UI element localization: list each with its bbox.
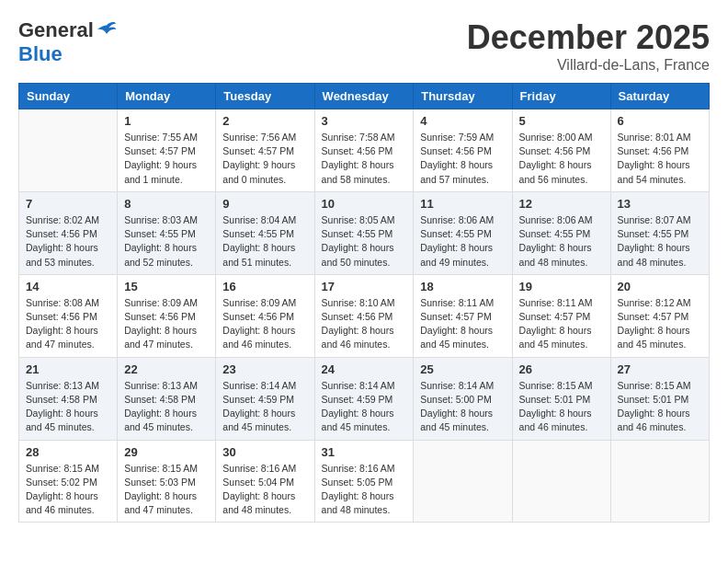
- day-info: Sunrise: 8:02 AMSunset: 4:56 PMDaylight:…: [26, 213, 110, 270]
- day-number: 15: [124, 280, 209, 293]
- day-number: 1: [124, 114, 209, 128]
- day-info: Sunrise: 8:15 AMSunset: 5:01 PMDaylight:…: [618, 379, 702, 435]
- day-info: Sunrise: 8:15 AMSunset: 5:02 PMDaylight:…: [26, 462, 110, 518]
- calendar-day-cell: 18Sunrise: 8:11 AMSunset: 4:57 PMDayligh…: [414, 274, 512, 357]
- day-info: Sunrise: 8:05 AMSunset: 4:55 PMDaylight:…: [322, 213, 407, 270]
- calendar-day-cell: 8Sunrise: 8:03 AMSunset: 4:55 PMDaylight…: [118, 191, 216, 274]
- calendar-day-cell: 12Sunrise: 8:06 AMSunset: 4:55 PMDayligh…: [512, 191, 610, 274]
- calendar-week-row: 1Sunrise: 7:55 AMSunset: 4:57 PMDaylight…: [19, 109, 710, 192]
- calendar-day-cell: [19, 109, 118, 192]
- month-title: December 2025: [467, 18, 710, 57]
- day-info: Sunrise: 8:15 AMSunset: 5:01 PMDaylight:…: [519, 379, 604, 435]
- day-info: Sunrise: 8:11 AMSunset: 4:57 PMDaylight:…: [519, 296, 604, 352]
- day-number: 7: [26, 197, 110, 211]
- calendar-day-cell: 22Sunrise: 8:13 AMSunset: 4:58 PMDayligh…: [118, 357, 216, 440]
- calendar-day-cell: 1Sunrise: 7:55 AMSunset: 4:57 PMDaylight…: [118, 109, 216, 192]
- logo-general-text: General: [18, 18, 94, 42]
- day-number: 5: [519, 114, 604, 128]
- day-of-week-header: Sunday: [19, 84, 118, 109]
- calendar-header-row: SundayMondayTuesdayWednesdayThursdayFrid…: [19, 84, 710, 109]
- day-info: Sunrise: 8:16 AMSunset: 5:05 PMDaylight:…: [322, 462, 407, 518]
- day-number: 29: [124, 445, 209, 459]
- day-info: Sunrise: 8:14 AMSunset: 5:00 PMDaylight:…: [420, 379, 505, 435]
- day-of-week-header: Monday: [118, 84, 216, 109]
- calendar-day-cell: 19Sunrise: 8:11 AMSunset: 4:57 PMDayligh…: [512, 274, 610, 357]
- day-number: 22: [124, 362, 209, 376]
- day-info: Sunrise: 8:07 AMSunset: 4:55 PMDaylight:…: [618, 213, 702, 270]
- day-number: 14: [26, 280, 110, 293]
- calendar-day-cell: 9Sunrise: 8:04 AMSunset: 4:55 PMDaylight…: [216, 191, 314, 274]
- day-of-week-header: Tuesday: [216, 84, 314, 109]
- day-number: 30: [222, 445, 307, 459]
- day-number: 28: [26, 445, 110, 459]
- day-info: Sunrise: 8:13 AMSunset: 4:58 PMDaylight:…: [26, 379, 110, 435]
- day-number: 2: [222, 114, 307, 128]
- day-info: Sunrise: 7:56 AMSunset: 4:57 PMDaylight:…: [222, 131, 307, 187]
- day-number: 10: [322, 197, 407, 211]
- day-info: Sunrise: 8:00 AMSunset: 4:56 PMDaylight:…: [519, 131, 604, 187]
- day-number: 27: [618, 362, 702, 376]
- calendar-day-cell: 7Sunrise: 8:02 AMSunset: 4:56 PMDaylight…: [19, 191, 118, 274]
- calendar-day-cell: 11Sunrise: 8:06 AMSunset: 4:55 PMDayligh…: [414, 191, 512, 274]
- calendar-day-cell: 15Sunrise: 8:09 AMSunset: 4:56 PMDayligh…: [118, 274, 216, 357]
- calendar-day-cell: 25Sunrise: 8:14 AMSunset: 5:00 PMDayligh…: [414, 357, 512, 440]
- day-info: Sunrise: 8:09 AMSunset: 4:56 PMDaylight:…: [222, 296, 307, 352]
- calendar-day-cell: [512, 440, 610, 523]
- day-number: 16: [222, 280, 307, 293]
- day-of-week-header: Friday: [512, 84, 610, 109]
- day-info: Sunrise: 8:15 AMSunset: 5:03 PMDaylight:…: [124, 462, 209, 518]
- calendar-day-cell: 13Sunrise: 8:07 AMSunset: 4:55 PMDayligh…: [610, 191, 709, 274]
- day-number: 25: [420, 362, 505, 376]
- day-number: 17: [322, 280, 407, 293]
- calendar-day-cell: 23Sunrise: 8:14 AMSunset: 4:59 PMDayligh…: [216, 357, 314, 440]
- day-info: Sunrise: 8:06 AMSunset: 4:55 PMDaylight:…: [519, 213, 604, 270]
- day-number: 6: [618, 114, 702, 128]
- day-info: Sunrise: 8:12 AMSunset: 4:57 PMDaylight:…: [618, 296, 702, 352]
- day-number: 23: [222, 362, 307, 376]
- calendar-day-cell: 27Sunrise: 8:15 AMSunset: 5:01 PMDayligh…: [610, 357, 709, 440]
- calendar-day-cell: 26Sunrise: 8:15 AMSunset: 5:01 PMDayligh…: [512, 357, 610, 440]
- logo-blue-text: Blue: [18, 42, 63, 66]
- day-info: Sunrise: 7:59 AMSunset: 4:56 PMDaylight:…: [420, 131, 505, 187]
- day-number: 4: [420, 114, 505, 128]
- page-header: General Blue December 2025 Villard-de-La…: [18, 18, 710, 74]
- calendar-day-cell: 16Sunrise: 8:09 AMSunset: 4:56 PMDayligh…: [216, 274, 314, 357]
- day-number: 18: [420, 280, 505, 293]
- day-of-week-header: Wednesday: [314, 84, 414, 109]
- calendar-table: SundayMondayTuesdayWednesdayThursdayFrid…: [18, 83, 710, 523]
- calendar-day-cell: 2Sunrise: 7:56 AMSunset: 4:57 PMDaylight…: [216, 109, 314, 192]
- logo: General Blue: [18, 18, 118, 66]
- calendar-day-cell: 29Sunrise: 8:15 AMSunset: 5:03 PMDayligh…: [118, 440, 216, 523]
- calendar-day-cell: 28Sunrise: 8:15 AMSunset: 5:02 PMDayligh…: [19, 440, 118, 523]
- day-number: 24: [322, 362, 407, 376]
- day-info: Sunrise: 8:04 AMSunset: 4:55 PMDaylight:…: [222, 213, 307, 270]
- calendar-day-cell: 10Sunrise: 8:05 AMSunset: 4:55 PMDayligh…: [314, 191, 414, 274]
- day-number: 20: [618, 280, 702, 293]
- day-number: 19: [519, 280, 604, 293]
- day-info: Sunrise: 8:06 AMSunset: 4:55 PMDaylight:…: [420, 213, 505, 270]
- day-number: 21: [26, 362, 110, 376]
- day-info: Sunrise: 7:55 AMSunset: 4:57 PMDaylight:…: [124, 131, 209, 187]
- day-number: 31: [322, 445, 407, 459]
- day-info: Sunrise: 8:14 AMSunset: 4:59 PMDaylight:…: [222, 379, 307, 435]
- day-info: Sunrise: 8:14 AMSunset: 4:59 PMDaylight:…: [322, 379, 407, 435]
- day-info: Sunrise: 7:58 AMSunset: 4:56 PMDaylight:…: [322, 131, 407, 187]
- day-info: Sunrise: 8:09 AMSunset: 4:56 PMDaylight:…: [124, 296, 209, 352]
- calendar-day-cell: 17Sunrise: 8:10 AMSunset: 4:56 PMDayligh…: [314, 274, 414, 357]
- day-info: Sunrise: 8:10 AMSunset: 4:56 PMDaylight:…: [322, 296, 407, 352]
- day-of-week-header: Thursday: [414, 84, 512, 109]
- day-info: Sunrise: 8:01 AMSunset: 4:56 PMDaylight:…: [618, 131, 702, 187]
- calendar-day-cell: 31Sunrise: 8:16 AMSunset: 5:05 PMDayligh…: [314, 440, 414, 523]
- calendar-day-cell: 5Sunrise: 8:00 AMSunset: 4:56 PMDaylight…: [512, 109, 610, 192]
- day-number: 26: [519, 362, 604, 376]
- calendar-day-cell: 6Sunrise: 8:01 AMSunset: 4:56 PMDaylight…: [610, 109, 709, 192]
- calendar-day-cell: 3Sunrise: 7:58 AMSunset: 4:56 PMDaylight…: [314, 109, 414, 192]
- calendar-week-row: 7Sunrise: 8:02 AMSunset: 4:56 PMDaylight…: [19, 191, 710, 274]
- calendar-week-row: 14Sunrise: 8:08 AMSunset: 4:56 PMDayligh…: [19, 274, 710, 357]
- day-info: Sunrise: 8:08 AMSunset: 4:56 PMDaylight:…: [26, 296, 110, 352]
- day-number: 9: [222, 197, 307, 211]
- calendar-day-cell: 30Sunrise: 8:16 AMSunset: 5:04 PMDayligh…: [216, 440, 314, 523]
- day-info: Sunrise: 8:03 AMSunset: 4:55 PMDaylight:…: [124, 213, 209, 270]
- day-info: Sunrise: 8:11 AMSunset: 4:57 PMDaylight:…: [420, 296, 505, 352]
- calendar-day-cell: 4Sunrise: 7:59 AMSunset: 4:56 PMDaylight…: [414, 109, 512, 192]
